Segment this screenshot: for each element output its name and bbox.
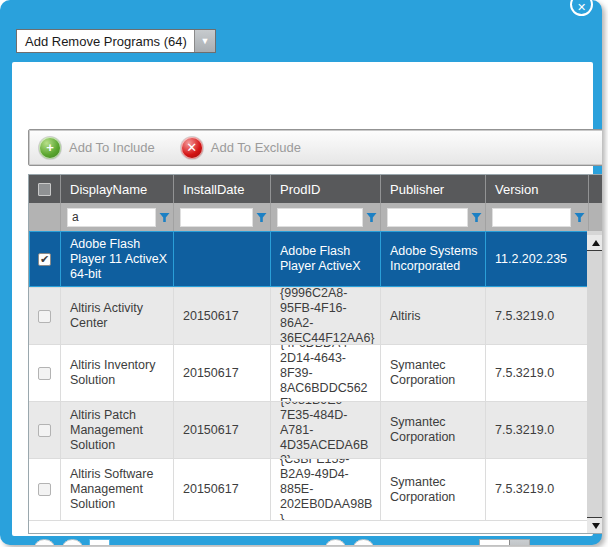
filter-funnel-icon[interactable] bbox=[471, 212, 482, 223]
cell-publisher: Symantec Corporation bbox=[381, 459, 486, 520]
row-checkbox[interactable] bbox=[38, 367, 51, 380]
row-checkbox[interactable] bbox=[38, 483, 51, 496]
page-button-2[interactable]: 2 bbox=[114, 541, 131, 546]
cell-prod-id: {9996C2A8-95FB-4F16-86A2-36EC44F12AA6} bbox=[271, 288, 381, 344]
filter-input-installdate[interactable] bbox=[180, 208, 253, 227]
cell-prod-id: {4F6DBDA4-2D14-4643-8F39-8AC6BDDC562E} bbox=[271, 345, 381, 401]
row-checkbox[interactable]: ✔ bbox=[38, 253, 51, 266]
pager-area: 12345678910 ... Page size: 10 ▼ 1260 i bbox=[28, 532, 602, 545]
content-panel: + Add To Include ✕ Add To Exclude Displa… bbox=[12, 62, 593, 536]
page-button-10[interactable]: 10 bbox=[282, 541, 299, 546]
page-button-5[interactable]: 5 bbox=[177, 541, 194, 546]
close-icon[interactable]: ✕ bbox=[570, 0, 593, 16]
page-size-dropdown[interactable]: 10 ▼ bbox=[479, 539, 530, 546]
table-row[interactable]: Altiris Activity Center20150617{9996C2A8… bbox=[29, 288, 602, 345]
cell-version: 7.5.3219.0 bbox=[486, 459, 589, 520]
chevron-down-icon[interactable]: ▼ bbox=[509, 540, 529, 546]
page-button-6[interactable]: 6 bbox=[198, 541, 215, 546]
cell-prod-id: Adobe Flash Player ActiveX bbox=[271, 231, 381, 287]
add-to-include-label: Add To Include bbox=[69, 140, 155, 155]
first-page-button[interactable] bbox=[33, 539, 56, 546]
filter-funnel-icon[interactable] bbox=[574, 212, 585, 223]
filter-input-prodid[interactable] bbox=[277, 208, 363, 227]
grid-filter-row bbox=[29, 203, 602, 231]
page-button-9[interactable]: 9 bbox=[261, 541, 278, 546]
cell-version: 7.5.3219.0 bbox=[486, 288, 589, 344]
dialog-window: ✕ Add Remove Programs (64) ▼ + Add To In… bbox=[0, 0, 602, 545]
grid-header-row: DisplayNameInstallDateProdIDPublisherVer… bbox=[29, 175, 602, 203]
table-row[interactable]: Altiris Software Management Solution2015… bbox=[29, 459, 602, 521]
filter-cell-displayname bbox=[61, 203, 174, 231]
cell-install-date: 20150617 bbox=[174, 288, 271, 344]
grid-filter-filler bbox=[589, 203, 602, 231]
scroll-up-icon[interactable] bbox=[587, 235, 602, 251]
cell-display-name: Altiris Software Management Solution bbox=[61, 459, 174, 520]
row-checkbox[interactable] bbox=[38, 424, 51, 437]
plus-icon: + bbox=[39, 137, 61, 159]
cell-prod-id: {C3BFE159-B2A9-49D4-885E-202EB0DAA98B} bbox=[271, 459, 381, 520]
column-header-publisher[interactable]: Publisher bbox=[381, 175, 486, 203]
select-all-checkbox-cell bbox=[29, 175, 61, 203]
filter-funnel-icon[interactable] bbox=[256, 212, 267, 223]
programs-grid: DisplayNameInstallDateProdIDPublisherVer… bbox=[28, 174, 602, 534]
filter-cell-installdate bbox=[174, 203, 271, 231]
grid-header-filler bbox=[589, 175, 602, 203]
column-header-prodid[interactable]: ProdID bbox=[271, 175, 381, 203]
column-header-installdate[interactable]: InstallDate bbox=[174, 175, 271, 203]
row-checkbox-cell bbox=[29, 345, 61, 401]
table-row[interactable]: Altiris Patch Management Solution2015061… bbox=[29, 402, 602, 459]
cell-publisher: Symantec Corporation bbox=[381, 345, 486, 401]
filter-input-publisher[interactable] bbox=[387, 208, 468, 227]
filter-checkbox-cell bbox=[29, 203, 61, 231]
cell-install-date: 20150617 bbox=[174, 345, 271, 401]
toolbar: + Add To Include ✕ Add To Exclude bbox=[28, 129, 602, 166]
cell-display-name: Altiris Inventory Solution bbox=[61, 345, 174, 401]
page-button-1[interactable]: 1 bbox=[89, 539, 110, 546]
row-checkbox-cell bbox=[29, 459, 61, 520]
last-page-button[interactable] bbox=[352, 539, 375, 546]
grid-body: ✔Adobe Flash Player 11 ActiveX 64-bitAdo… bbox=[29, 231, 602, 533]
cell-version: 7.5.3219.0 bbox=[486, 402, 589, 458]
chevron-down-icon[interactable]: ▼ bbox=[194, 30, 215, 52]
cell-version: 7.5.3219.0 bbox=[486, 345, 589, 401]
pager-row: 12345678910 ... Page size: 10 ▼ bbox=[28, 532, 602, 545]
page-button-4[interactable]: 4 bbox=[156, 541, 173, 546]
row-checkbox[interactable] bbox=[38, 310, 51, 323]
cell-display-name: Altiris Activity Center bbox=[61, 288, 174, 344]
pager-ellipsis: ... bbox=[304, 543, 319, 546]
table-row[interactable]: ✔Adobe Flash Player 11 ActiveX 64-bitAdo… bbox=[29, 231, 602, 288]
page-size-label: Page size: bbox=[408, 543, 471, 546]
select-all-checkbox[interactable] bbox=[38, 183, 51, 196]
column-header-displayname[interactable]: DisplayName bbox=[61, 175, 174, 203]
table-row[interactable]: Altiris Inventory Solution20150617{4F6DB… bbox=[29, 345, 602, 402]
add-to-exclude-button[interactable]: ✕ Add To Exclude bbox=[181, 137, 301, 159]
page-button-8[interactable]: 8 bbox=[240, 541, 257, 546]
filter-input-version[interactable] bbox=[492, 208, 571, 227]
cell-prod-id: {0081B9E9-7E35-484D-A781-4D35ACEDA6B2} bbox=[271, 402, 381, 458]
filter-funnel-icon[interactable] bbox=[159, 212, 170, 223]
cell-display-name: Altiris Patch Management Solution bbox=[61, 402, 174, 458]
profile-dropdown[interactable]: Add Remove Programs (64) ▼ bbox=[16, 29, 216, 53]
vertical-scrollbar[interactable] bbox=[587, 231, 602, 533]
previous-page-button[interactable] bbox=[61, 539, 84, 546]
filter-cell-version bbox=[486, 203, 589, 231]
cell-install-date: 20150617 bbox=[174, 459, 271, 520]
add-to-include-button[interactable]: + Add To Include bbox=[39, 137, 155, 159]
row-checkbox-cell bbox=[29, 288, 61, 344]
row-checkbox-cell: ✔ bbox=[29, 231, 61, 287]
profile-dropdown-value: Add Remove Programs (64) bbox=[17, 34, 194, 49]
scroll-down-icon[interactable] bbox=[587, 517, 602, 533]
page-button-7[interactable]: 7 bbox=[219, 541, 236, 546]
cross-icon: ✕ bbox=[181, 137, 203, 159]
cell-install-date: 20150617 bbox=[174, 402, 271, 458]
filter-funnel-icon[interactable] bbox=[366, 212, 377, 223]
page-button-3[interactable]: 3 bbox=[135, 541, 152, 546]
filter-input-displayname[interactable] bbox=[67, 208, 156, 227]
filter-cell-publisher bbox=[381, 203, 486, 231]
cell-publisher: Symantec Corporation bbox=[381, 402, 486, 458]
next-page-button[interactable] bbox=[324, 539, 347, 546]
column-header-version[interactable]: Version bbox=[486, 175, 589, 203]
page-size-value: 10 bbox=[480, 540, 509, 546]
cell-display-name: Adobe Flash Player 11 ActiveX 64-bit bbox=[61, 231, 174, 287]
cell-version: 11.2.202.235 bbox=[486, 231, 589, 287]
